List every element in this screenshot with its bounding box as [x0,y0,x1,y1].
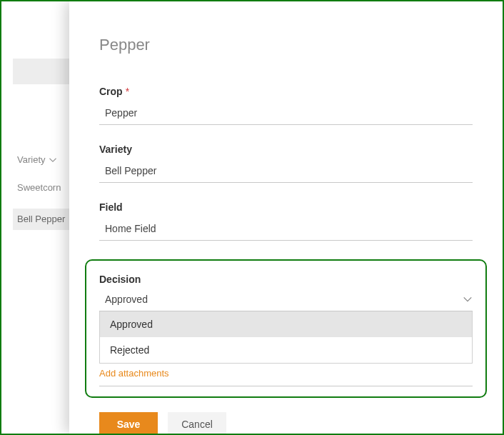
app-frame: Variety Sweetcorn Bell Pepper Pepper Cro… [0,0,504,435]
page-title: Pepper [99,36,473,54]
variety-label: Variety [99,144,473,155]
background-selection-bar [13,59,69,84]
crop-input[interactable]: Pepper [99,104,473,125]
chevron-down-icon [463,294,473,304]
edit-form-panel: Pepper Crop * Pepper Variety Bell Pepper… [69,1,503,434]
decision-option-approved[interactable]: Approved [100,311,472,337]
background-column-header[interactable]: Variety [17,154,57,165]
decision-highlight-box: Decision Approved Approved Rejected Add … [85,259,487,398]
cancel-button[interactable]: Cancel [168,412,226,435]
decision-dropdown: Approved Rejected [99,311,473,364]
background-row-label: Sweetcorn [17,182,61,193]
variety-input[interactable]: Bell Pepper [99,162,473,183]
variety-field-group: Variety Bell Pepper [99,144,473,183]
decision-option-rejected[interactable]: Rejected [100,337,472,363]
background-row-sweetcorn[interactable]: Sweetcorn [17,182,61,193]
chevron-down-icon [49,156,57,164]
background-column-header-label: Variety [17,154,46,165]
decision-select[interactable]: Approved [99,291,473,311]
background-row-label: Bell Pepper [17,214,65,224]
decision-label: Decision [99,274,473,285]
decision-selected-value: Approved [105,294,148,305]
required-indicator: * [126,86,129,97]
add-attachments-link[interactable]: Add attachments [99,368,473,386]
field-field-group: Field Home Field [99,201,473,241]
form-buttons: Save Cancel [99,412,473,435]
background-list-pane: Variety Sweetcorn Bell Pepper [1,1,69,434]
field-input[interactable]: Home Field [99,220,473,241]
crop-field-group: Crop * Pepper [99,86,473,125]
background-row-bell-pepper[interactable]: Bell Pepper [17,214,65,224]
field-label: Field [99,201,473,213]
save-button[interactable]: Save [99,412,158,435]
crop-label: Crop * [99,86,473,97]
crop-label-text: Crop [99,86,123,97]
